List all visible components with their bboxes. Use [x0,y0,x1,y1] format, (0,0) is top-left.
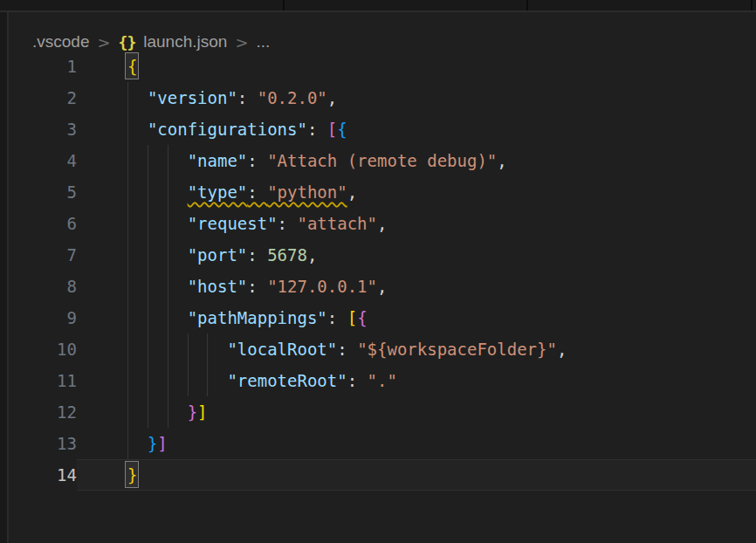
token: "${workspaceFolder}" [357,340,557,359]
tab-separator [751,0,753,10]
token: , [377,277,387,296]
line-number[interactable]: 13 [9,428,77,459]
token: , [327,88,337,107]
token: } [148,434,157,453]
token: "remoteRoot" [227,371,347,390]
token: "version" [148,88,237,107]
left-rail [0,12,7,543]
tab-separator [283,0,285,10]
code-line-8[interactable]: 8 "host": "127.0.0.1", [9,271,756,302]
code-text: "port": 5678, [127,239,317,271]
token: "configurations" [148,120,307,139]
code-line-14[interactable]: 14} [9,459,756,491]
token: "host" [188,277,248,296]
code-text: } [127,459,137,491]
token: "name" [188,151,248,170]
line-number[interactable]: 14 [9,459,77,491]
breadcrumb-ellipsis[interactable]: ... [256,32,270,52]
line-number[interactable]: 3 [9,113,77,145]
code-text: "version": "0.2.0", [127,82,337,113]
line-number[interactable]: 9 [9,302,77,333]
tab-bar [0,0,756,10]
line-number[interactable]: 12 [9,396,77,428]
code-text: "configurations": [{ [127,113,347,145]
breadcrumb-item-file[interactable]: launch.json [143,32,227,52]
token: } [188,402,197,422]
chevron-right-icon: > [235,33,248,52]
code-area: 1{2 "version": "0.2.0",3 "configurations… [9,51,756,491]
chevron-right-icon: > [97,33,110,52]
code-text: { [127,51,137,82]
tab-separator [526,0,528,10]
token: "Attach (remote debug)" [267,151,497,170]
code-text: "request": "attach", [127,208,387,239]
code-line-1[interactable]: 1{ [9,51,756,82]
json-braces-icon: {} [119,33,136,52]
token: , [497,151,506,170]
code-line-3[interactable]: 3 "configurations": [{ [9,113,756,145]
code-line-4[interactable]: 4 "name": "Attach (remote debug)", [9,145,756,176]
token: : [237,88,258,107]
code-line-9[interactable]: 9 "pathMappings": [{ [9,302,756,333]
code-text: "remoteRoot": "." [127,365,397,396]
token: : [247,245,267,265]
code-text: "type": "python", [127,176,357,208]
code-line-13[interactable]: 13 }] [9,428,756,459]
token: , [377,214,387,233]
code-text: "name": "Attach (remote debug)", [127,145,507,176]
token: "127.0.0.1" [267,277,377,296]
token: ] [157,434,167,453]
line-number[interactable]: 5 [9,176,77,208]
token: , [307,245,317,265]
breadcrumb-item-folder[interactable]: .vscode [32,32,89,52]
token: ] [197,402,207,422]
editor-pane[interactable]: .vscode > {} launch.json > ... 1{2 "vers… [9,12,756,543]
code-text: }] [127,428,168,459]
token: "pathMappings" [188,308,327,327]
token: "python" [267,182,347,202]
token: [ [327,120,337,139]
code-line-2[interactable]: 2 "version": "0.2.0", [9,82,756,113]
token: : [327,308,347,327]
warning-squiggle: "type": "python" [188,182,347,202]
vscode-editor-window: { "breadcrumb": { "folder": ".vscode", "… [0,0,756,543]
token: "port" [188,245,248,265]
line-number[interactable]: 6 [9,208,77,239]
token: : [247,151,267,170]
line-number[interactable]: 8 [9,271,77,302]
code-text: "host": "127.0.0.1", [127,271,387,302]
code-line-7[interactable]: 7 "port": 5678, [9,239,756,271]
token: 5678 [267,245,307,265]
token: [ [347,308,357,327]
token: : [247,277,267,296]
code-line-5[interactable]: 5 "type": "python", [9,176,756,208]
code-line-10[interactable]: 10 "localRoot": "${workspaceFolder}", [9,333,756,365]
code-line-11[interactable]: 11 "remoteRoot": "." [9,365,756,396]
token: , [347,182,357,202]
token: { [357,308,367,327]
token: : [307,120,327,139]
token: : [347,371,368,390]
code-text: "pathMappings": [{ [127,302,368,333]
code-line-12[interactable]: 12 }] [9,396,756,428]
token: "type" [188,182,248,202]
code-text: "localRoot": "${workspaceFolder}", [127,333,567,365]
line-number[interactable]: 1 [9,51,77,82]
token: { [337,120,347,139]
token: , [557,340,567,359]
bracket-match: { [127,57,137,76]
bracket-match: } [127,465,137,485]
line-number[interactable]: 10 [9,333,77,365]
line-number[interactable]: 2 [9,82,77,113]
code-line-6[interactable]: 6 "request": "attach", [9,208,756,239]
token: "attach" [297,214,377,233]
token: "request" [188,214,278,233]
token: : [247,182,267,202]
code-text: }] [127,396,208,428]
token: "0.2.0" [258,88,327,107]
line-number[interactable]: 4 [9,145,77,176]
token: "localRoot" [227,340,337,359]
line-number[interactable]: 7 [9,239,77,271]
line-number[interactable]: 11 [9,365,77,396]
token: : [278,214,298,233]
